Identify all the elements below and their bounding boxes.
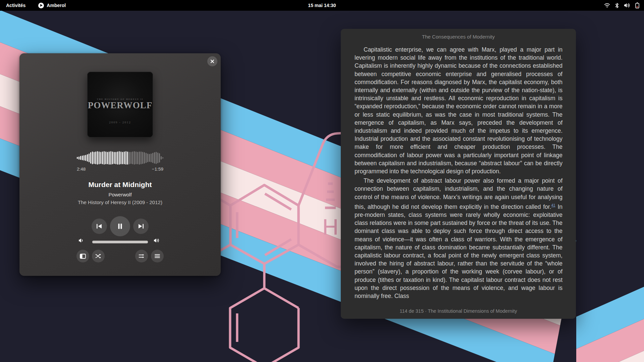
waveform-bar [142,152,143,164]
waveform-bar [137,152,138,164]
reader-page-status: 114 de 315 · The Institutional Dimension… [341,308,576,314]
waveform-bar [77,157,78,159]
skip-forward-icon [138,224,144,229]
waveform-bar [127,152,128,165]
waveform-bar [120,152,121,164]
waveform-bar [85,155,86,161]
waveform-bar [130,152,131,164]
waveform-bar [78,157,79,160]
repeat-mode-button[interactable] [135,250,148,262]
album-art: THE HISTORY OF HERESY II POWERWOLF 2009 … [87,72,153,137]
waveform-bar [95,152,96,164]
clock-button[interactable]: 15 mai 14:30 [0,3,644,8]
queue-sidebar-toggle-button[interactable] [76,250,89,262]
book-title: The Consequences of Modernity [341,34,576,40]
volume-slider-fill [92,241,148,243]
main-menu-button[interactable] [151,250,164,262]
waveform-bar [107,152,108,164]
footnote-link[interactable]: 41 [551,203,555,207]
top-bar: Activités Amberol 15 mai 14:30 [0,0,644,11]
system-status-area[interactable] [604,0,639,11]
paragraph-text: The development of abstract labour power… [355,177,562,210]
amberol-player-window: THE HISTORY OF HERESY II POWERWOLF 2009 … [19,53,221,276]
waveform-bar [134,151,135,165]
close-icon [210,59,214,63]
waveform-bar [114,152,115,164]
hamburger-menu-icon [155,254,160,258]
consecutive-play-icon [139,253,145,259]
waveform-bar [122,152,123,164]
waveform-bar [110,151,111,165]
track-title: Murder at Midnight [19,181,221,189]
waveform-bar [105,152,106,164]
waveform-bar [112,152,113,164]
waveform-bar [149,154,150,162]
skip-backward-icon [96,224,102,229]
waveform-bar [92,152,93,164]
battery-low-icon [635,2,639,8]
volume-icon [624,3,630,8]
waveform-bar [159,153,160,163]
previous-track-button[interactable] [92,219,107,234]
paragraph-text: In pre-modern states, class systems were… [355,203,562,299]
wifi-icon [604,3,610,8]
album-art-years-text: 2009 - 2012 [109,121,131,124]
waveform-bar [82,156,83,160]
close-button[interactable] [207,56,217,66]
waveform-bar [117,152,118,165]
shuffle-button[interactable] [92,250,105,262]
waveform-bar [132,152,133,164]
waveform-bar [90,152,91,164]
ebook-reader-window: The Consequences of Modernity Capitalist… [341,29,576,319]
track-album: The History of Heresy II (2009 - 2012) [19,199,221,205]
volume-low-button[interactable] [78,238,84,244]
waveform-bar [152,153,153,163]
volume-row [19,237,221,247]
waveform-bar [97,151,98,165]
waveform-bar [124,152,125,164]
waveform-bar [161,156,162,160]
waveform-bar [80,156,81,160]
next-track-button[interactable] [133,219,149,234]
waveform-bar [136,152,137,164]
waveform-bar [141,152,142,164]
paragraph: The development of abstract labour power… [355,177,562,300]
waveform-bar [162,157,163,159]
waveform-bar [87,154,88,162]
waveform-bar [129,152,130,164]
waveform-bar [156,152,157,164]
waveform-bar [94,152,95,164]
waveform-bar [151,154,152,162]
waveform-bar [84,155,85,161]
volume-high-icon [154,238,160,243]
volume-high-button[interactable] [154,238,160,244]
waveform-bar [146,153,147,163]
waveform-bar [157,153,158,163]
paragraph: Capitalistic enterprise, we can agree wi… [355,46,562,175]
pause-icon [117,223,123,229]
shuffle-icon [95,253,101,259]
track-artist: Powerwolf [19,192,221,197]
waveform-seek-bar[interactable] [77,151,163,165]
waveform-bar [99,152,100,164]
volume-low-icon [78,238,84,243]
waveform-bar [147,154,148,162]
waveform-bar [102,152,103,164]
waveform-bar [104,151,105,165]
pause-button[interactable] [110,216,130,236]
waveform-bar [144,152,145,164]
album-art-band-text: POWERWOLF [88,101,153,110]
time-elapsed: 2:48 [77,167,86,172]
book-page-text: Capitalistic enterprise, we can agree wi… [355,46,562,301]
waveform-bar [125,151,126,165]
waveform-bar [109,152,110,165]
waveform-bar [115,152,116,164]
sidebar-icon [80,254,86,259]
waveform-bar [100,152,101,164]
time-remaining: −1:59 [152,167,163,172]
waveform-bar [139,152,140,165]
waveform-bar [154,152,155,164]
waveform-bar [89,154,90,162]
waveform-bar [119,151,120,165]
volume-slider[interactable] [92,241,148,243]
